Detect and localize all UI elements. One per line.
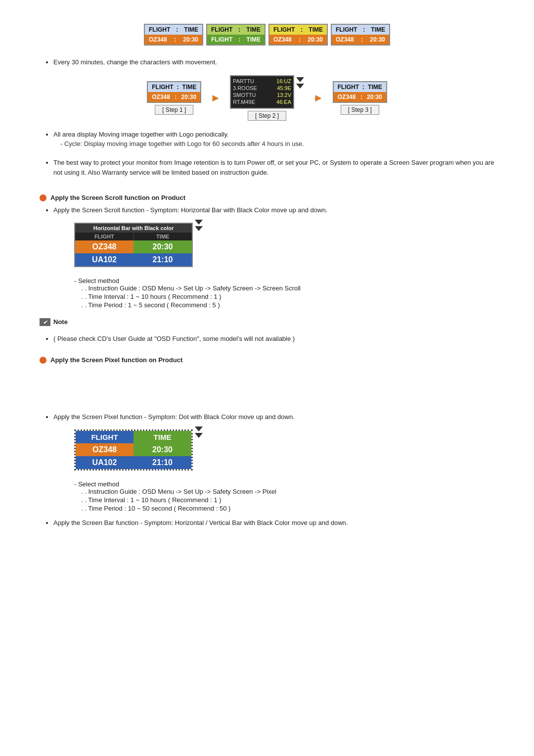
bullet-section-1: Every 30 minutes, change the characters … — [40, 57, 494, 121]
display-with-arrows-1: Horizontal Bar with Black color FLIGHT T… — [74, 218, 494, 272]
flight-card-4-data: OZ348 : 20:30 — [332, 35, 389, 45]
pixel-arrow-2 — [195, 433, 203, 438]
flight-card-2-header: FLIGHT : TIME — [207, 25, 265, 35]
orange-dot-2 — [40, 357, 46, 364]
scroll-col-headers: FLIGHT TIME — [75, 233, 192, 240]
step3-box: FLIGHT : TIME OZ348 : 20:30 [ Step 3 ] — [333, 81, 387, 115]
note-icon: ✔ — [40, 318, 50, 326]
flight-val-4: OZ348 — [336, 36, 354, 43]
time-val-3: 20:30 — [308, 36, 323, 43]
scroll-display-area: Horizontal Bar with Black color FLIGHT T… — [53, 218, 494, 272]
scroll-time-interval: . Time Interval : 1 ~ 10 hours ( Recomme… — [81, 293, 494, 300]
flight-cards-top-row: FLIGHT : TIME OZ348 : 20:30 FLIGHT : TIM… — [40, 24, 494, 46]
screen-bar-symptom: - Symptom: Horizontal / Vertical Bar wit… — [140, 519, 348, 526]
pixel-cell-1-1: OZ348 — [76, 443, 134, 456]
flight-card-4: FLIGHT : TIME OZ348 : 20:30 — [331, 24, 390, 46]
pixel-cell-2-1: UA102 — [76, 456, 134, 469]
note-bullet: ( Please check CD's User Guide at "OSD F… — [53, 335, 494, 342]
time-val-4: 20:30 — [370, 36, 385, 43]
pixel-display-area: FLIGHT TIME OZ348 20:30 UA102 21:10 — [53, 425, 494, 475]
pixel-down-arrows — [195, 426, 203, 438]
orange-dot-1 — [40, 194, 46, 201]
time-label-3: TIME — [309, 26, 323, 33]
scroll-row-1: OZ348 20:30 — [75, 240, 192, 253]
scroll-select-method: - Select method . Instruction Guide : OS… — [53, 277, 494, 309]
pixel-method-list: . Instruction Guide : OSD Menu -> Set Up… — [74, 488, 494, 512]
step2-label: [ Step 2 ] — [248, 111, 286, 121]
step-diagram: FLIGHT : TIME OZ348 : 20:30 [ Step 1 ] ►… — [40, 75, 494, 121]
scroll-title: Horizontal Bar with Black color — [75, 224, 192, 233]
screen-pixel-symptom: - Symptom: Dot with Black Color move up … — [144, 413, 295, 421]
pixel-time-period: . Time Period : 10 ~ 50 second ( Recomme… — [81, 505, 494, 512]
pixel-row-1: OZ348 20:30 — [76, 443, 191, 456]
flight-sep-1: : — [176, 26, 178, 33]
flight-sep-d1: : — [174, 36, 176, 43]
step1-label: [ Step 1 ] — [155, 105, 193, 115]
time-val-1: 20:30 — [183, 36, 198, 43]
scroll-method-label: - Select method — [74, 277, 494, 284]
scroll-down-arrows — [195, 220, 203, 231]
flight-card-1-data: OZ348 : 20:30 — [145, 35, 202, 45]
screen-pixel-apply: Apply the Screen Pixel function - Sympto… — [53, 413, 494, 421]
pixel-col2-header: TIME — [134, 431, 191, 443]
scroll-row-2: UA102 21:10 — [75, 253, 192, 266]
flight-card-3-header: FLIGHT : TIME — [269, 25, 327, 35]
flight-card-3: FLIGHT : TIME OZ348 : 20:30 — [268, 24, 328, 46]
screen-scroll-apply: Apply the Screen Scroll function - Sympt… — [53, 206, 494, 214]
scroll-cell-2-1: UA102 — [75, 253, 134, 266]
flight-label-4: FLIGHT — [336, 26, 357, 33]
pixel-col1-header: FLIGHT — [76, 431, 134, 443]
pixel-time-interval: . Time Interval : 1 ~ 10 hours ( Recomme… — [81, 496, 494, 504]
pixel-arrow-1 — [195, 426, 203, 431]
pixel-cell-1-2: 20:30 — [134, 443, 191, 456]
arrow-2: ► — [313, 92, 324, 104]
step1-card: FLIGHT : TIME OZ348 : 20:30 — [147, 81, 201, 103]
flight-card-1-header: FLIGHT : TIME — [145, 25, 202, 35]
flight-card-3-data: OZ348 : 20:30 — [269, 35, 327, 45]
step2-display-wrapper: PARTTU 16:UZ 3.ROOSE 45:9E SMOTTU 13:2V … — [230, 75, 304, 109]
scroll-cell-1-2: 20:30 — [134, 240, 192, 253]
step2-arrows — [296, 77, 304, 89]
scroll-arrow-1 — [195, 220, 203, 225]
screen-bar-list: Apply the Screen Bar function - Symptom:… — [53, 519, 494, 526]
scroll-display: Horizontal Bar with Black color FLIGHT T… — [74, 223, 193, 267]
section1-title: Apply the Screen Scroll function on Prod… — [50, 194, 185, 201]
pixel-row-2: UA102 21:10 — [76, 456, 191, 469]
arrow-1: ► — [210, 92, 221, 104]
flight-val-3: OZ348 — [273, 36, 292, 43]
time-label-4: TIME — [371, 26, 385, 33]
scroll-col2-header: TIME — [134, 233, 192, 240]
scroll-instruction: . Instruction Guide : OSD Menu -> Set Up… — [81, 284, 494, 292]
flight-val-2: FLIGHT — [211, 36, 232, 43]
flight-label-2: FLIGHT — [211, 26, 232, 33]
display-with-arrows-2: FLIGHT TIME OZ348 20:30 UA102 21:10 — [74, 425, 494, 475]
bullet-2-sub: - Cycle: Display moving image together w… — [53, 139, 494, 149]
bullet-section-3: The best way to protect your monitor fro… — [40, 158, 494, 179]
step3-card: FLIGHT : TIME OZ348 : 20:30 — [333, 81, 387, 103]
note-content: ( Please check CD's User Guide at "OSD F… — [40, 335, 494, 342]
time-val-2: TIME — [246, 36, 261, 43]
scroll-cell-2-2: 21:10 — [134, 253, 192, 266]
pixel-instruction: . Instruction Guide : OSD Menu -> Set Up… — [81, 488, 494, 495]
scroll-method-list: . Instruction Guide : OSD Menu -> Set Up… — [74, 284, 494, 309]
flight-val-1: OZ348 — [149, 36, 167, 43]
scroll-cell-1-1: OZ348 — [75, 240, 134, 253]
flight-card-4-header: FLIGHT : TIME — [332, 25, 389, 35]
note-section: ✔ Note — [40, 318, 494, 326]
bullet-3-main: The best way to protect your monitor fro… — [53, 158, 494, 179]
note-label: Note — [53, 318, 68, 326]
time-label-1: TIME — [184, 26, 198, 33]
pixel-header: FLIGHT TIME — [76, 431, 191, 443]
flight-card-2-data: FLIGHT : TIME — [207, 35, 265, 45]
screen-scroll-section: Apply the Screen Scroll function - Sympt… — [40, 206, 494, 309]
down-arrow-2 — [296, 84, 304, 89]
scroll-time-period: . Time Period : 1 ~ 5 second ( Recommend… — [81, 301, 494, 309]
bullet-section-2: All area display Moving image together w… — [40, 130, 494, 149]
section2-title: Apply the Screen Pixel function on Produ… — [50, 356, 182, 364]
pixel-display: FLIGHT TIME OZ348 20:30 UA102 21:10 — [74, 429, 193, 471]
flight-card-2: FLIGHT : TIME FLIGHT : TIME — [206, 24, 266, 46]
screen-bar-apply: Apply the Screen Bar function - Symptom:… — [53, 519, 494, 526]
screen-scroll-symptom: - Symptom: Horizontal Bar with Black Col… — [146, 206, 327, 214]
bullet-1-text: Every 30 minutes, change the characters … — [53, 57, 494, 67]
note-wrapper: ✔ Note — [40, 318, 68, 326]
